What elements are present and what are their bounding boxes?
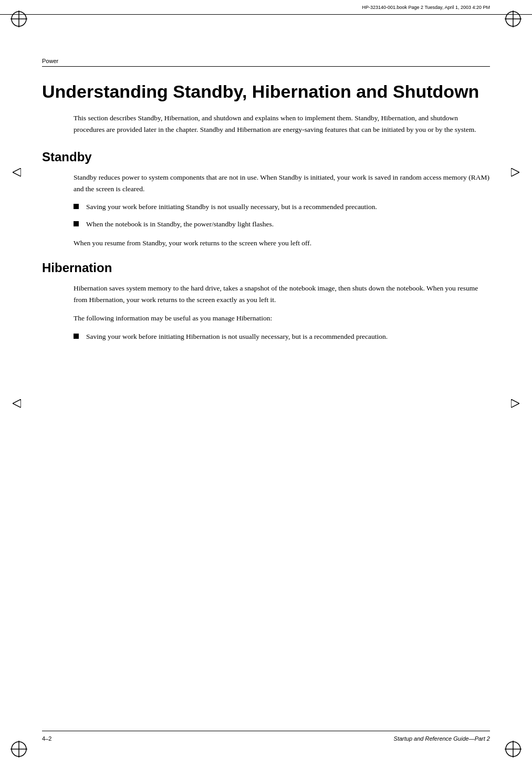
standby-heading: Standby <box>42 150 490 164</box>
svg-marker-12 <box>13 168 21 177</box>
standby-resume-text: When you resume from Standby, your work … <box>74 237 490 249</box>
bullet-square-3 <box>74 334 79 339</box>
reg-mark-top-left <box>9 9 28 28</box>
hibernation-body2: The following information may be useful … <box>74 313 490 324</box>
footer: 4–2 Startup and Reference Guide—Part 2 <box>42 731 490 742</box>
main-title: Understanding Standby, Hibernation and S… <box>42 81 490 102</box>
reg-mark-bottom-left <box>9 740 28 759</box>
footer-page-number: 4–2 <box>42 735 51 742</box>
side-mark-right-lower <box>511 399 519 408</box>
list-item: Saving your work before initiating Hiber… <box>74 331 490 343</box>
list-item: When the notebook is in Standby, the pow… <box>74 219 490 230</box>
section-divider <box>42 66 490 67</box>
header-bar: HP-323140-001.book Page 2 Tuesday, April… <box>0 0 532 15</box>
hibernation-heading: Hibernation <box>42 261 490 275</box>
hibernation-body1: Hibernation saves system memory to the h… <box>74 283 490 305</box>
hibernation-bullet-list: Saving your work before initiating Hiber… <box>74 331 490 343</box>
hibernation-bullet-1: Saving your work before initiating Hiber… <box>86 331 490 343</box>
list-item: Saving your work before initiating Stand… <box>74 202 490 213</box>
document-page: HP-323140-001.book Page 2 Tuesday, April… <box>0 0 532 768</box>
standby-bullet-1: Saving your work before initiating Stand… <box>86 202 490 213</box>
side-mark-right-upper <box>511 168 519 177</box>
svg-marker-15 <box>511 399 519 408</box>
header-text: HP-323140-001.book Page 2 Tuesday, April… <box>362 5 491 10</box>
reg-mark-top-right <box>504 9 523 28</box>
standby-bullet-2: When the notebook is in Standby, the pow… <box>86 219 490 230</box>
bullet-square-2 <box>74 221 79 226</box>
side-mark-left-upper <box>13 168 21 177</box>
side-mark-left-lower <box>13 399 21 408</box>
intro-paragraph: This section describes Standby, Hibernat… <box>74 112 490 135</box>
svg-marker-13 <box>13 399 21 408</box>
svg-marker-14 <box>511 168 519 177</box>
standby-bullet-list: Saving your work before initiating Stand… <box>74 202 490 230</box>
standby-body: Standby reduces power to system componen… <box>74 172 490 194</box>
bullet-square-1 <box>74 204 79 209</box>
section-label: Power <box>42 58 490 64</box>
reg-mark-bottom-right <box>504 740 523 759</box>
footer-title: Startup and Reference Guide—Part 2 <box>394 735 490 742</box>
